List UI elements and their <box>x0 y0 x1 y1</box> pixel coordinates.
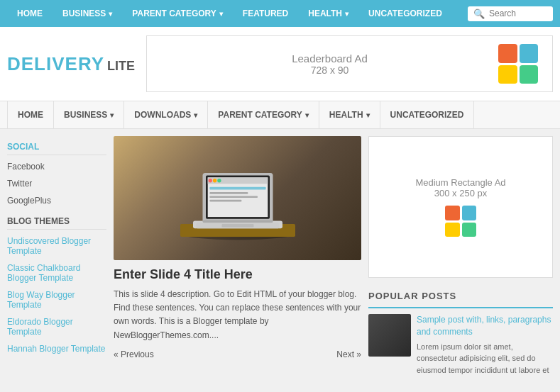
chevron-down-icon: ▾ <box>366 111 370 119</box>
leaderboard-ad-size: 728 x 90 <box>161 65 498 76</box>
sidebar-item-eldorado[interactable]: Eldorado Blogger Template <box>7 313 106 340</box>
chevron-down-icon: ▾ <box>305 111 309 119</box>
top-nav-parent-category[interactable]: PARENT CATEGORY ▾ <box>122 0 232 27</box>
ad-icon-sq3 <box>498 65 517 84</box>
medium-ad-icon <box>445 206 476 237</box>
slide-next-link[interactable]: Next » <box>336 349 361 359</box>
center-content: Enter Slide 4 Title Here This is slide 4… <box>114 136 361 381</box>
right-sidebar: Medium Rectangle Ad 300 x 250 px POPULAR… <box>368 136 553 381</box>
post-thumbnail <box>368 314 411 357</box>
left-sidebar: SOCIAL Facebook Twitter GooglePlus BLOG … <box>7 136 106 381</box>
ad-icon-sq2 <box>520 44 539 63</box>
slide-prev-link[interactable]: « Previous <box>114 349 154 359</box>
sidebar-item-classic-chalkboard[interactable]: Classic Chalkboard Blogger Template <box>7 259 106 286</box>
top-nav-parent-category-label: PARENT CATEGORY <box>132 9 216 18</box>
top-nav-home[interactable]: HOME <box>7 0 53 27</box>
slide-description: This is slide 4 description. Go to Edit … <box>114 288 361 342</box>
slide-image-inner <box>114 136 361 260</box>
popular-post-item: Sample post with, links, paragraphs and … <box>368 314 553 376</box>
post-excerpt: Lorem ipsum dolor sit amet, consectetur … <box>417 341 553 376</box>
ad-icon-sq1 <box>498 44 517 63</box>
search-input[interactable] <box>489 9 547 18</box>
svg-point-9 <box>217 179 221 182</box>
slide-title: Enter Slide 4 Title Here <box>114 267 361 282</box>
top-nav-business[interactable]: BUSINESS ▾ <box>53 0 122 27</box>
ad-med-sq1 <box>445 206 460 220</box>
top-nav-uncategorized-label: UNCATEGORIZED <box>368 9 442 18</box>
blog-themes-section-title: BLOG THEMES <box>7 209 106 230</box>
sec-nav-health-label: HEALTH <box>329 110 363 120</box>
logo-lite-text: LITE <box>107 59 135 74</box>
sec-nav-home-label: HOME <box>18 110 43 120</box>
top-nav-home-label: HOME <box>17 9 43 18</box>
sidebar-item-hannah[interactable]: Hannah Blogger Template <box>7 340 106 357</box>
top-nav-business-label: BUSINESS <box>62 9 106 18</box>
sidebar-item-twitter[interactable]: Twitter <box>7 175 106 192</box>
sec-nav-business-label: BUSINESS <box>64 110 107 120</box>
top-nav-items: HOME BUSINESS ▾ PARENT CATEGORY ▾ FEATUR… <box>7 0 468 27</box>
svg-rect-14 <box>202 220 273 223</box>
leaderboard-ad: Leaderboard Ad 728 x 90 <box>146 35 553 92</box>
svg-rect-16 <box>221 224 253 228</box>
top-nav-featured[interactable]: FEATURED <box>233 0 298 27</box>
top-nav-uncategorized[interactable]: UNCATEGORIZED <box>358 0 452 27</box>
post-info: Sample post with, links, paragraphs and … <box>417 314 553 376</box>
main-content: SOCIAL Facebook Twitter GooglePlus BLOG … <box>0 129 560 388</box>
sec-nav-uncategorized-label: UNCATEGORIZED <box>390 110 464 120</box>
slide-image <box>114 136 361 260</box>
top-navigation: HOME BUSINESS ▾ PARENT CATEGORY ▾ FEATUR… <box>0 0 560 27</box>
sec-nav-health[interactable]: HEALTH ▾ <box>319 101 380 129</box>
chevron-down-icon: ▾ <box>345 10 348 18</box>
medium-ad-label: Medium Rectangle Ad <box>415 177 505 188</box>
chevron-down-icon: ▾ <box>110 111 114 119</box>
svg-point-7 <box>208 179 212 182</box>
ad-med-sq4 <box>462 223 477 237</box>
sidebar-item-blog-way[interactable]: Blog Way Blogger Template <box>7 286 106 313</box>
header: DELIVERY LITE Leaderboard Ad 728 x 90 <box>0 27 560 101</box>
ad-med-sq3 <box>445 223 460 237</box>
svg-rect-11 <box>209 192 248 194</box>
svg-rect-13 <box>209 199 241 201</box>
laptop-illustration <box>174 152 302 245</box>
leaderboard-ad-label: Leaderboard Ad <box>161 52 498 65</box>
chevron-down-icon: ▾ <box>194 111 197 119</box>
sec-nav-business[interactable]: BUSINESS ▾ <box>54 101 124 129</box>
sec-nav-uncategorized[interactable]: UNCATEGORIZED <box>380 101 475 129</box>
search-icon: 🔍 <box>473 9 485 19</box>
svg-rect-10 <box>209 186 265 189</box>
chevron-down-icon: ▾ <box>219 10 223 18</box>
ad-icon-sq4 <box>520 65 539 84</box>
ad-icon <box>498 44 538 84</box>
post-title-link[interactable]: Sample post with, links, paragraphs and … <box>417 314 553 338</box>
sec-nav-downloads[interactable]: DOWNLOADS ▾ <box>124 101 208 129</box>
logo: DELIVERY LITE <box>7 53 135 75</box>
search-box: 🔍 <box>468 6 553 21</box>
slide-navigation: « Previous Next » <box>114 349 361 359</box>
svg-rect-12 <box>209 196 258 198</box>
sec-nav-downloads-label: DOWNLOADS <box>134 110 191 120</box>
sidebar-item-googleplus[interactable]: GooglePlus <box>7 192 106 209</box>
ad-med-sq2 <box>462 206 477 220</box>
chevron-down-icon: ▾ <box>109 10 112 18</box>
top-nav-featured-label: FEATURED <box>243 9 288 18</box>
secondary-navigation: HOME BUSINESS ▾ DOWNLOADS ▾ PARENT CATEG… <box>0 101 560 129</box>
svg-rect-6 <box>207 177 268 184</box>
social-section-title: SOCIAL <box>7 136 106 155</box>
sec-nav-parent-category-label: PARENT CATEGORY <box>218 110 302 120</box>
svg-point-8 <box>212 179 216 182</box>
logo-delivery-text: DELIVERY <box>7 53 104 75</box>
medium-rectangle-ad: Medium Rectangle Ad 300 x 250 px <box>368 136 553 278</box>
sec-nav-home[interactable]: HOME <box>7 101 54 129</box>
top-nav-health[interactable]: HEALTH ▾ <box>298 0 358 27</box>
post-thumbnail-image <box>368 314 411 357</box>
leaderboard-ad-text: Leaderboard Ad 728 x 90 <box>161 52 498 76</box>
sidebar-item-undiscovered[interactable]: Undiscovered Blogger Template <box>7 233 106 259</box>
popular-posts-title: POPULAR POSTS <box>368 285 553 308</box>
top-nav-health-label: HEALTH <box>308 9 342 18</box>
medium-ad-text: Medium Rectangle Ad 300 x 250 px <box>415 177 505 198</box>
medium-ad-size: 300 x 250 px <box>415 188 505 198</box>
sidebar-item-facebook[interactable]: Facebook <box>7 158 106 175</box>
sec-nav-parent-category[interactable]: PARENT CATEGORY ▾ <box>208 101 319 129</box>
